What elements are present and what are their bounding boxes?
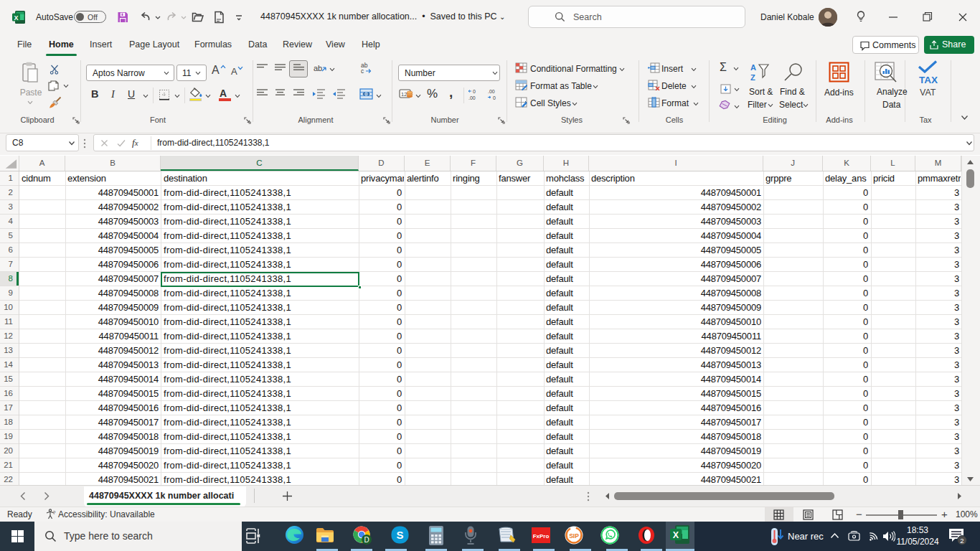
svg-text:.00: .00: [488, 89, 495, 94]
svg-text:SIP: SIP: [569, 532, 579, 540]
svg-text:FxPro: FxPro: [533, 533, 550, 540]
svg-text:D: D: [364, 536, 369, 544]
svg-text:X: X: [14, 14, 18, 22]
svg-text:S: S: [396, 529, 403, 541]
svg-text:?: ?: [53, 510, 56, 515]
svg-text:X: X: [673, 530, 679, 540]
svg-text:0: 0: [473, 89, 476, 94]
svg-text:0: 0: [493, 95, 496, 100]
svg-text:.00: .00: [468, 95, 476, 100]
svg-text:Z: Z: [750, 73, 755, 82]
svg-text:2: 2: [960, 537, 963, 545]
svg-text:A: A: [750, 63, 756, 72]
svg-text:ab: ab: [314, 64, 322, 72]
